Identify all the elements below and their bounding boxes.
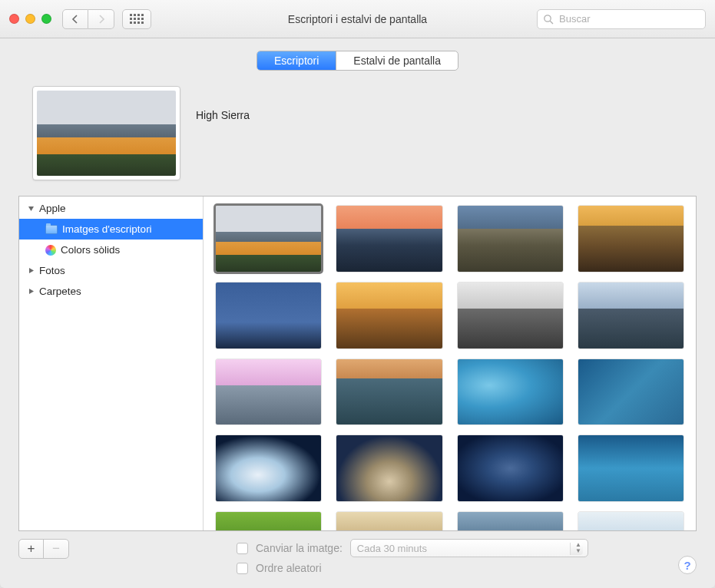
tab-desktop[interactable]: Escriptori <box>257 51 336 70</box>
tab-screensaver[interactable]: Estalvi de pantalla <box>336 51 458 70</box>
random-order-checkbox[interactable] <box>237 563 248 574</box>
wallpaper-thumbnail[interactable] <box>216 282 321 349</box>
wallpaper-thumbnail[interactable] <box>458 512 563 530</box>
sidebar-label: Fotos <box>39 265 65 276</box>
random-order-label: Ordre aleatori <box>256 562 322 574</box>
wallpaper-thumbnail[interactable] <box>336 359 442 425</box>
folder-icon <box>45 225 58 234</box>
current-wallpaper-name: High Sierra <box>196 109 250 121</box>
wallpaper-thumbnail[interactable] <box>216 435 321 501</box>
traffic-lights <box>9 14 51 24</box>
bottom-controls: + − Canviar la imatge: Cada 30 minuts ▲▼… <box>18 531 697 574</box>
chevron-right-icon <box>98 15 105 24</box>
change-picture-checkbox[interactable] <box>237 543 248 554</box>
wallpaper-thumbnail[interactable] <box>578 282 684 349</box>
sidebar-label: Colors sòlids <box>61 244 120 256</box>
grid-icon <box>130 14 144 24</box>
add-remove-group: + − <box>18 539 69 559</box>
split-pane: Apple Imatges d'escriptori Colors sòlids… <box>18 196 697 531</box>
interval-value: Cada 30 minuts <box>357 543 427 554</box>
search-input[interactable] <box>537 9 706 29</box>
change-picture-label: Canviar la imatge: <box>256 542 343 554</box>
sidebar-label: Apple <box>39 203 66 214</box>
sidebar-solid-colors[interactable]: Colors sòlids <box>19 239 203 260</box>
sidebar-apple[interactable]: Apple <box>19 198 203 219</box>
color-wheel-icon <box>45 245 56 256</box>
current-preview-image <box>37 91 176 176</box>
wallpaper-thumbnail[interactable] <box>578 359 684 425</box>
close-button[interactable] <box>9 14 19 24</box>
sidebar-folders[interactable]: Carpetes <box>19 281 203 302</box>
search-wrap <box>537 9 706 29</box>
wallpaper-thumbnail[interactable] <box>336 435 442 501</box>
wallpaper-thumbnail[interactable] <box>578 435 684 501</box>
wallpaper-thumbnail[interactable] <box>458 359 563 425</box>
change-options: Canviar la imatge: Cada 30 minuts ▲▼ Ord… <box>237 539 588 574</box>
nav-buttons <box>62 9 114 29</box>
search-icon <box>543 14 554 25</box>
preview-row: High Sierra <box>18 86 697 196</box>
wallpaper-thumbnail[interactable] <box>216 512 321 530</box>
wallpaper-thumbnail[interactable] <box>458 282 563 349</box>
wallpaper-thumbnail[interactable] <box>578 206 684 272</box>
prefs-window: Escriptori i estalvi de pantalla Escript… <box>0 0 715 588</box>
remove-folder-button[interactable]: − <box>44 540 68 558</box>
wallpaper-thumbnail[interactable] <box>336 282 442 349</box>
wallpaper-thumbnail[interactable] <box>216 206 321 272</box>
sidebar-photos[interactable]: Fotos <box>19 260 203 281</box>
svg-line-1 <box>550 21 553 24</box>
minimize-button[interactable] <box>25 14 35 24</box>
wallpaper-thumbnail[interactable] <box>336 512 442 530</box>
disclosure-right-icon <box>27 288 35 295</box>
show-all-button[interactable] <box>122 9 151 29</box>
back-button[interactable] <box>62 9 88 29</box>
sidebar-desktop-pictures[interactable]: Imatges d'escriptori <box>19 219 203 239</box>
add-folder-button[interactable]: + <box>19 540 44 558</box>
disclosure-down-icon <box>27 205 35 212</box>
thumbnail-grid[interactable] <box>204 197 696 530</box>
chevron-left-icon <box>71 15 79 24</box>
updown-icon: ▲▼ <box>575 542 581 554</box>
sidebar-label: Carpetes <box>39 286 81 297</box>
svg-point-0 <box>545 15 551 21</box>
zoom-button[interactable] <box>41 14 51 24</box>
wallpaper-thumbnail[interactable] <box>458 435 563 501</box>
wallpaper-thumbnail[interactable] <box>458 206 563 272</box>
help-button[interactable]: ? <box>678 556 697 574</box>
wallpaper-thumbnail[interactable] <box>578 512 684 530</box>
source-sidebar[interactable]: Apple Imatges d'escriptori Colors sòlids… <box>19 197 204 530</box>
wallpaper-thumbnail[interactable] <box>216 359 321 425</box>
disclosure-right-icon <box>27 267 35 274</box>
sidebar-label: Imatges d'escriptori <box>62 223 152 235</box>
titlebar: Escriptori i estalvi de pantalla <box>0 0 715 38</box>
tab-segment: Escriptori Estalvi de pantalla <box>18 51 697 71</box>
forward-button[interactable] <box>88 9 114 29</box>
current-preview <box>32 86 180 180</box>
body: Escriptori Estalvi de pantalla High Sier… <box>0 38 715 588</box>
wallpaper-thumbnail[interactable] <box>336 206 442 272</box>
interval-dropdown[interactable]: Cada 30 minuts ▲▼ <box>350 539 588 557</box>
